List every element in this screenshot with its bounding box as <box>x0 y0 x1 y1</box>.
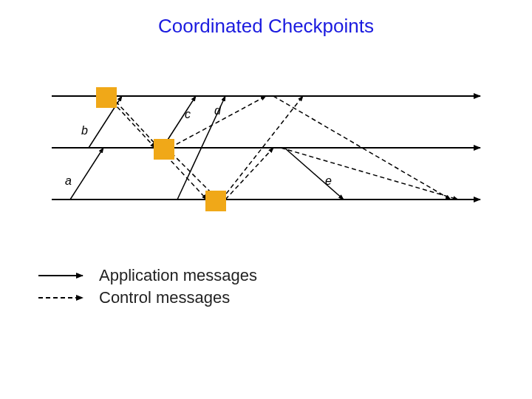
label-d: d <box>214 104 222 117</box>
label-a: a <box>65 174 72 187</box>
label-e: e <box>325 174 332 187</box>
label-c: c <box>185 108 191 120</box>
process-lines <box>52 96 480 200</box>
svg-line-13 <box>225 148 273 200</box>
diagram-title: Coordinated Checkpoints <box>0 15 532 38</box>
legend-solid-row: Application messages <box>37 266 257 285</box>
label-b: b <box>81 124 88 137</box>
legend-dashed-row: Control messages <box>37 288 257 307</box>
legend: Application messages Control messages <box>37 266 257 310</box>
solid-arrow-icon <box>37 268 89 283</box>
legend-dashed-label: Control messages <box>99 288 230 307</box>
checkpoint-p3 <box>205 191 226 211</box>
svg-line-3 <box>70 148 103 200</box>
dashed-arrow-icon <box>37 290 89 305</box>
checkpoint-diagram: a b c d e <box>37 74 495 222</box>
checkpoint-p2 <box>154 139 174 160</box>
legend-solid-label: Application messages <box>99 266 257 285</box>
checkpoint-markers <box>96 87 226 211</box>
checkpoint-p1 <box>96 87 117 108</box>
svg-line-7 <box>284 148 344 200</box>
svg-line-15 <box>281 148 458 200</box>
